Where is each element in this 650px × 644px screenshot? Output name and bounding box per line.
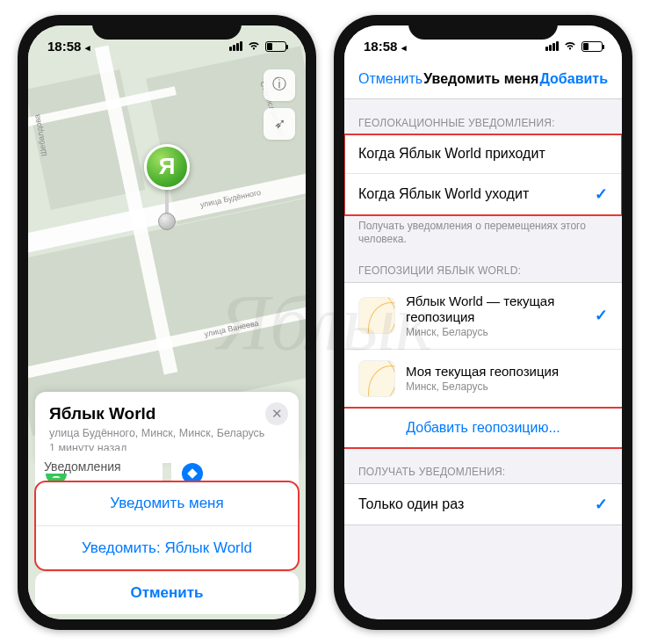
leaves-row[interactable]: Когда Яблык World уходит ✓	[344, 174, 622, 214]
location-sub: Минск, Беларусь	[406, 380, 608, 393]
location-row-mine[interactable]: Моя текущая геопозиция Минск, Беларусь	[344, 350, 622, 409]
cellular-icon	[229, 41, 242, 51]
map-thumb-icon	[358, 297, 395, 334]
section-footer: Получать уведомления о перемещениях этог…	[344, 215, 622, 247]
map-thumb-icon	[358, 360, 395, 397]
section-header: ПОЛУЧАТЬ УВЕДОМЛЕНИЯ:	[344, 448, 622, 483]
add-location-button[interactable]: Добавить геопозицию...	[344, 409, 622, 447]
battery-icon	[265, 41, 286, 52]
section-header: ГЕОЛОКАЦИОННЫЕ УВЕДОМЛЕНИЯ:	[344, 99, 622, 134]
pin-letter: Я	[159, 153, 176, 180]
phone-left: улица Будённого улица Ванеева Станиславс…	[18, 15, 316, 630]
screen-left: улица Будённого улица Ванеева Станиславс…	[28, 25, 306, 619]
notify-other-button[interactable]: Уведомить: Яблык World	[35, 526, 299, 570]
notch	[408, 15, 558, 40]
card-title: Яблык World	[49, 404, 285, 423]
frequency-group: Только один раз ✓	[344, 483, 622, 525]
phone-right: 18:58 ◂ Отменить Уведомить меня Добавить…	[334, 15, 632, 630]
location-row-other[interactable]: Яблык World — текущая геопозиция Минск, …	[344, 283, 622, 350]
row-label: Когда Яблык World уходит	[358, 186, 529, 202]
nav-title: Уведомить меня	[423, 71, 538, 87]
wifi-icon	[247, 40, 261, 54]
checkmark-icon: ✓	[595, 306, 608, 325]
location-title: Моя текущая геопозиция	[406, 364, 608, 380]
status-time: 18:58 ◂	[47, 39, 100, 54]
cancel-button[interactable]: Отменить	[35, 572, 299, 614]
card-address: улица Будённого, Минск, Минск, Беларусь	[49, 426, 285, 441]
nav-cancel-button[interactable]: Отменить	[358, 71, 422, 87]
battery-icon	[581, 41, 603, 52]
row-label: Когда Яблык World приходит	[358, 146, 545, 162]
nav-bar: Отменить Уведомить меня Добавить	[344, 61, 622, 99]
route-icon	[182, 463, 203, 484]
notify-me-button[interactable]: Уведомить меня	[35, 481, 299, 526]
checkmark-icon: ✓	[595, 185, 608, 204]
locations-group: Яблык World — текущая геопозиция Минск, …	[344, 282, 622, 448]
location-sub: Минск, Беларусь	[406, 326, 584, 338]
only-once-row[interactable]: Только один раз ✓	[344, 484, 622, 525]
notch	[92, 15, 242, 40]
map-info-button[interactable]: ⓘ	[264, 69, 295, 101]
notifications-section-label: Уведомления	[42, 458, 123, 474]
arrives-row[interactable]: Когда Яблык World приходит	[344, 135, 622, 174]
checkmark-icon: ✓	[595, 495, 608, 514]
geo-notifications-group: Когда Яблык World приходит Когда Яблык W…	[344, 134, 622, 215]
action-sheet: Уведомить меня Уведомить: Яблык World	[35, 481, 299, 570]
wifi-icon	[563, 40, 577, 54]
nav-add-button[interactable]: Добавить	[540, 71, 609, 87]
section-header: ГЕОПОЗИЦИИ ЯБЛЫК WORLD:	[344, 247, 622, 282]
close-icon[interactable]: ✕	[265, 402, 288, 425]
map-locate-button[interactable]: ➶	[264, 108, 295, 140]
map-pin[interactable]: Я	[144, 144, 190, 230]
screen-right: 18:58 ◂ Отменить Уведомить меня Добавить…	[344, 25, 622, 619]
row-label: Только один раз	[358, 496, 464, 512]
cellular-icon	[545, 41, 559, 51]
location-title: Яблык World — текущая геопозиция	[406, 293, 584, 325]
status-time: 18:58 ◂	[364, 39, 416, 54]
